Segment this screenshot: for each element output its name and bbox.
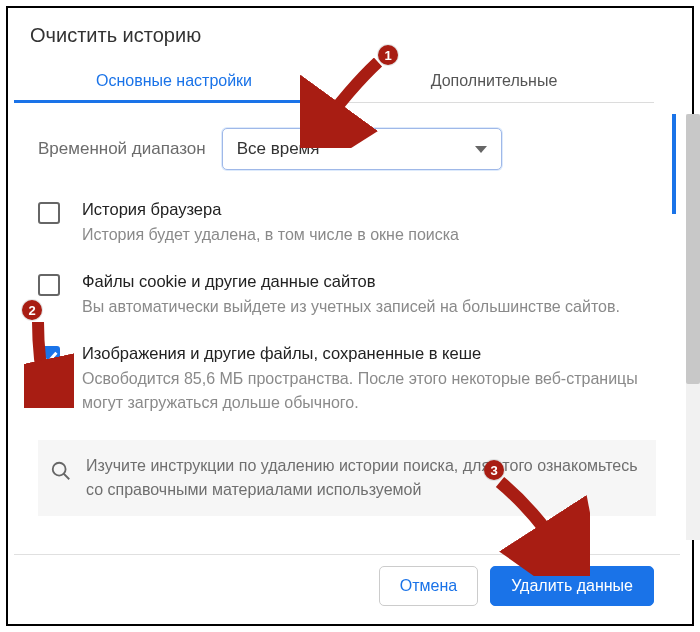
option-cached-images: Изображения и другие файлы, сохраненные … — [38, 344, 656, 413]
time-range-select[interactable]: Все время — [222, 128, 502, 170]
checkbox-cookies[interactable] — [38, 274, 60, 296]
scroll-area: Временной диапазон Все время История бра… — [14, 110, 680, 554]
clear-history-dialog: Очистить историю Основные настройки Допо… — [14, 14, 680, 616]
right-edge-accent — [672, 114, 676, 214]
option-desc: Вы автоматически выйдете из учетных запи… — [82, 295, 620, 318]
cancel-button[interactable]: Отмена — [379, 566, 478, 606]
tabs: Основные настройки Дополнительные — [14, 59, 654, 103]
option-desc: История будет удалена, в том числе в окн… — [82, 223, 459, 246]
tab-basic-label: Основные настройки — [96, 72, 252, 90]
cancel-button-label: Отмена — [400, 577, 457, 595]
info-text: Изучите инструкции по удалению истории п… — [86, 454, 644, 502]
svg-point-0 — [53, 463, 66, 476]
tab-advanced-label: Дополнительные — [431, 72, 558, 90]
option-title: Изображения и другие файлы, сохраненные … — [82, 344, 656, 363]
svg-line-1 — [64, 474, 70, 480]
option-desc: Освободится 85,6 МБ пространства. После … — [82, 367, 656, 413]
checkbox-cached-images[interactable] — [38, 346, 60, 368]
time-range-row: Временной диапазон Все время — [38, 128, 656, 170]
option-title: Файлы cookie и другие данные сайтов — [82, 272, 620, 291]
annotation-badge-2: 2 — [22, 300, 42, 320]
scrollbar[interactable] — [686, 114, 700, 540]
scrollbar-thumb[interactable] — [686, 114, 700, 384]
time-range-label: Временной диапазон — [38, 139, 206, 159]
dialog-footer: Отмена Удалить данные — [14, 554, 680, 616]
time-range-value: Все время — [237, 139, 320, 159]
annotation-badge-1: 1 — [378, 45, 398, 65]
option-browsing-history: История браузера История будет удалена, … — [38, 200, 656, 246]
annotation-badge-3: 3 — [484, 460, 504, 480]
tab-basic[interactable]: Основные настройки — [14, 59, 334, 102]
option-text: Изображения и другие файлы, сохраненные … — [82, 344, 656, 413]
tab-advanced[interactable]: Дополнительные — [334, 59, 654, 102]
option-text: История браузера История будет удалена, … — [82, 200, 459, 246]
info-box: Изучите инструкции по удалению истории п… — [38, 440, 656, 516]
checkbox-browsing-history[interactable] — [38, 202, 60, 224]
search-icon — [50, 460, 72, 486]
clear-data-button-label: Удалить данные — [511, 577, 633, 595]
option-text: Файлы cookie и другие данные сайтов Вы а… — [82, 272, 620, 318]
chevron-down-icon — [475, 146, 487, 153]
option-title: История браузера — [82, 200, 459, 219]
option-cookies: Файлы cookie и другие данные сайтов Вы а… — [38, 272, 656, 318]
clear-data-button[interactable]: Удалить данные — [490, 566, 654, 606]
dialog-title: Очистить историю — [14, 14, 680, 59]
